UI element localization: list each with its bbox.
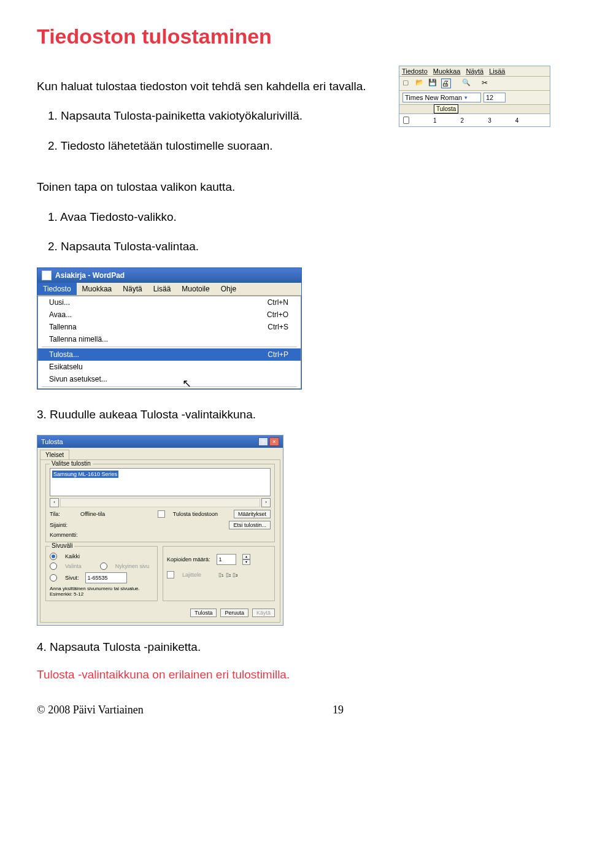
ruler: 1 2 3 4 xyxy=(399,113,550,126)
page-number: 19 xyxy=(333,704,344,716)
find-printer-button[interactable]: Etsi tulostin... xyxy=(229,521,271,529)
step-b1: 1. Avaa Tiedosto-valikko. xyxy=(48,208,552,226)
status-label: Tila: xyxy=(50,511,74,517)
location-label: Sijainti: xyxy=(50,522,74,528)
menu-item-label: Tallenna nimellä... xyxy=(49,335,108,344)
print-to-file-label: Tulosta tiedostoon xyxy=(173,511,218,517)
print-to-file-checkbox[interactable] xyxy=(158,510,165,518)
intro-text: Kun haluat tulostaa tiedoston voit tehdä… xyxy=(37,77,384,95)
app-icon xyxy=(42,271,52,280)
open-icon[interactable] xyxy=(415,79,424,87)
shortcut: Ctrl+N xyxy=(268,298,288,307)
print-button[interactable]: Tulosta xyxy=(190,609,217,617)
menu-tiedosto[interactable]: Tiedosto xyxy=(37,283,77,295)
middle-note: Toinen tapa on tulostaa valikon kautta. xyxy=(37,178,552,196)
shortcut: Ctrl+S xyxy=(268,323,288,331)
menu-muokkaa[interactable]: Muokkaa xyxy=(433,67,461,75)
step-b2: 2. Napsauta Tulosta-valintaa. xyxy=(48,237,552,255)
close-button[interactable]: × xyxy=(269,437,279,446)
status-value: Offline-tila xyxy=(80,511,105,517)
cut-icon[interactable] xyxy=(482,79,490,87)
radio-label: Nykyinen sivu xyxy=(115,563,150,569)
menu-nayta[interactable]: Näytä xyxy=(466,67,483,75)
radio-label: Kaikki xyxy=(65,553,80,559)
menu-item-save[interactable]: Tallenna Ctrl+S xyxy=(38,321,301,333)
collate-label: Lajittele xyxy=(182,572,201,578)
group-select-printer: Valitse tulostin xyxy=(50,460,93,467)
radio-current[interactable] xyxy=(100,563,107,570)
menu-item-label: Sivun asetukset... xyxy=(49,375,107,383)
radio-pages[interactable] xyxy=(50,574,57,582)
menu-item-save-as[interactable]: Tallenna nimellä... xyxy=(38,333,301,345)
pages-hint: Anna yksittäinen sivunumero tai sivualue… xyxy=(50,586,153,597)
comment-label: Kommentti: xyxy=(50,532,74,538)
group-page-range: Sivuväli xyxy=(50,542,74,549)
shortcut: Ctrl+P xyxy=(268,350,288,359)
tab-general[interactable]: Yleiset xyxy=(40,450,69,459)
pages-input[interactable] xyxy=(85,572,127,583)
toolbar-screenshot: Tiedosto Muokkaa Näytä Lisää Times New R… xyxy=(399,66,550,127)
ruler-mark: 3 xyxy=(488,117,491,124)
menu-item-print[interactable]: Tulosta... Ctrl+P xyxy=(38,348,301,361)
printer-listbox[interactable]: Samsung ML-1610 Series xyxy=(50,468,271,496)
menu-muokkaa[interactable]: Muokkaa xyxy=(77,283,118,295)
menu-item-label: Uusi... xyxy=(49,298,70,307)
print-icon[interactable] xyxy=(441,79,451,88)
font-size: 12 xyxy=(486,94,493,101)
window-title: Asiakirja - WordPad xyxy=(55,271,125,280)
chevron-down-icon: ▾ xyxy=(464,94,468,101)
scroll-track[interactable] xyxy=(60,498,260,507)
ruler-mark: 1 xyxy=(433,117,437,124)
font-combo[interactable]: Times New Roman ▾ xyxy=(402,93,481,102)
radio-all[interactable] xyxy=(50,553,57,560)
menu-ohje[interactable]: Ohje xyxy=(215,283,242,295)
font-name: Times New Roman xyxy=(405,94,462,101)
preferences-button[interactable]: Määritykset xyxy=(234,510,271,518)
separator xyxy=(42,347,297,347)
font-size-combo[interactable]: 12 xyxy=(483,93,506,102)
step-a1: 1. Napsauta Tulosta-painiketta vakiotyök… xyxy=(48,107,384,125)
menu-item-page-setup[interactable]: Sivun asetukset... xyxy=(38,373,301,385)
scroll-right-button[interactable]: › xyxy=(261,498,271,507)
copies-spinner[interactable]: ▴▾ xyxy=(242,554,250,565)
step4: 4. Napsauta Tulosta -painiketta. xyxy=(37,638,552,656)
menu-item-label: Tulosta... xyxy=(49,350,79,359)
menu-tiedosto[interactable]: Tiedosto xyxy=(402,67,428,75)
radio-label: Sivut: xyxy=(65,575,79,581)
scroll-left-button[interactable]: ‹ xyxy=(50,498,59,507)
menu-muotoile[interactable]: Muotoile xyxy=(176,283,215,295)
copies-input[interactable] xyxy=(217,554,236,565)
menu-nayta[interactable]: Näytä xyxy=(117,283,147,295)
help-button[interactable]: ? xyxy=(258,437,268,446)
menu-lisaa[interactable]: Lisää xyxy=(148,283,177,295)
menu-lisaa[interactable]: Lisää xyxy=(489,67,505,75)
page-title: Tiedoston tulostaminen xyxy=(37,25,552,48)
collate-checkbox[interactable] xyxy=(167,571,174,578)
dialog-title: Tulosta xyxy=(41,438,63,445)
ruler-mark: 4 xyxy=(515,117,519,124)
final-note: Tulosta -valintaikkuna on erilainen eri … xyxy=(37,668,552,682)
apply-button[interactable]: Käytä xyxy=(252,609,275,617)
collate-icon: ▯₁ ▯₂ ▯₃ xyxy=(218,572,238,578)
step3: 3. Ruudulle aukeaa Tulosta -valintaikkun… xyxy=(37,405,552,423)
file-dropdown: Uusi... Ctrl+N Avaa... Ctrl+O Tallenna C… xyxy=(37,296,301,389)
tooltip: Tulosta xyxy=(434,104,458,113)
step-a2: 2. Tiedosto lähetetään tulostimelle suor… xyxy=(48,137,384,155)
ruler-mark: 2 xyxy=(461,117,464,124)
new-icon[interactable] xyxy=(402,79,411,87)
menu-item-open[interactable]: Avaa... Ctrl+O xyxy=(38,309,301,321)
cancel-button[interactable]: Peruuta xyxy=(220,609,248,617)
menu-item-preview[interactable]: Esikatselu xyxy=(38,361,301,373)
copies-label: Kopioiden määrä: xyxy=(167,556,210,563)
menu-item-new[interactable]: Uusi... Ctrl+N xyxy=(38,296,301,309)
menu-item-label: Esikatselu xyxy=(49,363,83,371)
save-icon[interactable] xyxy=(428,79,437,87)
radio-selection[interactable] xyxy=(50,563,57,570)
radio-label: Valinta xyxy=(65,563,82,569)
indent-marker-icon xyxy=(403,117,409,124)
find-icon[interactable] xyxy=(462,79,471,87)
menu-item-label: Tallenna xyxy=(49,323,77,331)
printer-item[interactable]: Samsung ML-1610 Series xyxy=(52,470,118,478)
print-dialog-screenshot: Tulosta ? × Yleiset Valitse tulostin Sam… xyxy=(37,435,283,626)
shortcut: Ctrl+O xyxy=(267,310,288,319)
